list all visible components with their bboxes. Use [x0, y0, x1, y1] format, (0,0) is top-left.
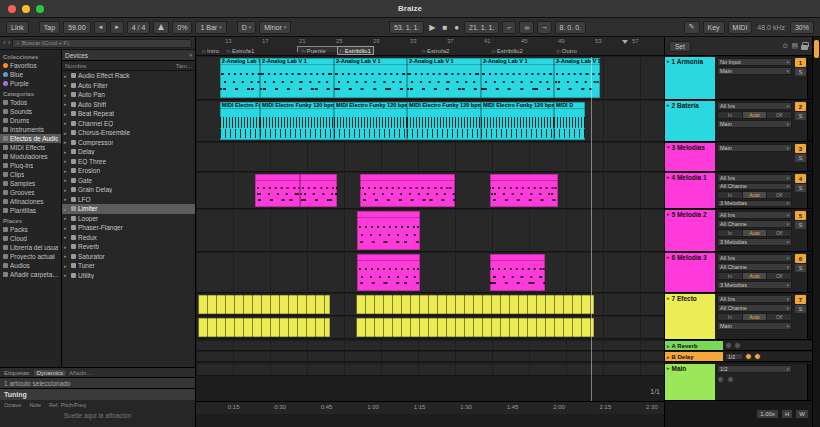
track-activator[interactable]: 1 [795, 58, 806, 67]
clip[interactable] [255, 174, 300, 207]
track-activator[interactable]: 6 [795, 254, 806, 263]
device-item[interactable]: ▸Grain Delay [62, 185, 195, 195]
time-signature-field[interactable]: 4 / 4 [127, 21, 151, 34]
draw-mode-button[interactable]: ✎ [684, 21, 700, 34]
cpu-meter[interactable]: 30% [790, 21, 814, 34]
expand-icon[interactable]: ▸ [64, 158, 69, 164]
device-item[interactable]: ▸Tuner [62, 261, 195, 271]
category-item[interactable]: Clips [0, 170, 61, 179]
track-lane[interactable] [196, 253, 664, 293]
io-dropdown[interactable]: Main▾ [717, 144, 792, 152]
devices-dropdown[interactable]: Devices▾ [62, 50, 195, 61]
expand-icon[interactable]: ▸ [64, 130, 69, 136]
quantization-menu[interactable]: 1 Bar▾ [195, 21, 226, 34]
track-header[interactable]: ▾3 MelodíasMain▾3S [665, 143, 812, 172]
device-item[interactable]: ▸Auto Shift [62, 100, 195, 110]
locator-outro[interactable]: ▷Outro [555, 46, 579, 55]
locator-estribillo2[interactable]: ▷Estribillo2 [490, 46, 525, 55]
monitor-auto[interactable]: Auto [743, 192, 768, 198]
track-lane[interactable] [196, 294, 664, 316]
pan-knob[interactable] [717, 376, 724, 383]
clip[interactable] [198, 318, 330, 337]
zoom-window-button[interactable] [36, 5, 44, 13]
nudge-down-button[interactable]: ◂ [94, 21, 108, 34]
place-item[interactable]: Packs [0, 225, 61, 234]
expand-icon[interactable]: ▸ [64, 82, 69, 88]
track-activator[interactable]: 3 [795, 144, 806, 153]
expand-icon[interactable]: ▸ [64, 73, 69, 79]
unfold-icon[interactable]: ▸ [667, 365, 670, 371]
device-item[interactable]: ▸Limiter [62, 204, 195, 214]
category-item[interactable]: Samples [0, 179, 61, 188]
monitor-switch[interactable]: InAutoOff [717, 191, 792, 199]
device-item[interactable]: ▸Saturator [62, 252, 195, 262]
punch-in-button[interactable]: ⌐ [502, 21, 516, 34]
device-item[interactable]: ▸Phaser-Flanger [62, 223, 195, 233]
midi-map-button[interactable]: MIDI [728, 21, 753, 34]
io-dropdown[interactable]: All Channe▾ [717, 220, 792, 228]
io-dropdown[interactable]: 3 Melodías▾ [717, 238, 792, 246]
io-dropdown[interactable]: Main▾ [717, 120, 792, 128]
monitor-in[interactable]: In [718, 112, 743, 118]
stop-button[interactable]: ■ [440, 23, 449, 32]
locator-estrofa2[interactable]: ▷Estrofa2 [420, 46, 451, 55]
track-activator[interactable]: 4 [795, 174, 806, 183]
monitor-switch[interactable]: InAutoOff [717, 229, 792, 237]
io-dropdown[interactable]: All Channe▾ [717, 304, 792, 312]
category-item[interactable]: Afinaciones [0, 197, 61, 206]
device-item[interactable]: ▸Delay [62, 147, 195, 157]
tag-chip[interactable]: Dynamics [34, 370, 66, 376]
io-dropdown[interactable]: 3 Melodías▾ [717, 200, 792, 208]
track-lane[interactable] [196, 210, 664, 252]
monitor-off[interactable]: Off [767, 273, 791, 279]
solo-button[interactable]: S [795, 112, 806, 120]
monitor-auto[interactable]: Auto [743, 112, 768, 118]
io-dropdown[interactable]: All Ins▾ [717, 295, 792, 303]
clip[interactable] [356, 318, 594, 337]
track-lane[interactable]: MIDI Electro Funky 120 bpmMIDI Electro F… [196, 101, 664, 142]
locator-puente[interactable]: ▷Puente [300, 46, 328, 55]
scale-root-selector[interactable]: D▾ [237, 21, 257, 34]
expand-icon[interactable]: ▸ [64, 206, 69, 212]
category-item[interactable]: MIDI Effects [0, 143, 61, 152]
device-item[interactable]: ▸Auto Pan [62, 90, 195, 100]
clip[interactable]: 2-Analog Lab V 1 [260, 58, 334, 98]
clip[interactable]: 2-Analog Lab V 1 [407, 58, 481, 98]
solo-button[interactable]: S [795, 154, 806, 162]
clip[interactable]: MIDI D [554, 102, 585, 140]
monitor-off[interactable]: Off [767, 112, 791, 118]
unfold-icon[interactable]: ▾ [667, 144, 670, 150]
send-knob[interactable] [734, 342, 741, 349]
category-item[interactable]: Plantillas [0, 206, 61, 215]
device-item[interactable]: ▸Channel EQ [62, 119, 195, 129]
clip[interactable]: MIDI Electro Funky 120 bpm [220, 102, 260, 140]
column-name[interactable]: Nombre [65, 63, 86, 69]
track-header[interactable]: ▸2 BateríaAll Ins▾InAutoOffMain▾2S [665, 101, 812, 142]
clip[interactable] [198, 295, 330, 314]
track-header[interactable]: ▸4 Melodía 1All Ins▾All Channe▾InAutoOff… [665, 173, 812, 209]
scroll-handle[interactable] [814, 40, 819, 58]
device-item[interactable]: ▸LFO [62, 195, 195, 205]
io-dropdown[interactable]: All Ins▾ [717, 102, 792, 110]
device-item[interactable]: ▸Utility [62, 271, 195, 281]
solo-button[interactable]: S [795, 264, 806, 272]
expand-icon[interactable]: ▸ [64, 234, 69, 240]
place-item[interactable]: Proyecto actual [0, 252, 61, 261]
loop-button[interactable]: ∞ [519, 21, 534, 34]
monitor-switch[interactable]: InAutoOff [717, 313, 792, 321]
monitor-switch[interactable]: InAutoOff [717, 272, 792, 280]
track-lane[interactable] [196, 352, 664, 362]
unfold-icon[interactable]: ▸ [667, 354, 670, 360]
expand-icon[interactable]: ▸ [64, 177, 69, 183]
punch-out-button[interactable]: ¬ [537, 21, 551, 34]
place-item[interactable]: Audios [0, 261, 61, 270]
monitor-off[interactable]: Off [767, 314, 791, 320]
category-item[interactable]: Grooves [0, 188, 61, 197]
monitor-switch[interactable]: InAutoOff [717, 111, 792, 119]
expand-icon[interactable]: ▸ [64, 139, 69, 145]
clip[interactable] [490, 174, 558, 207]
io-dropdown[interactable]: 1/2▾ [717, 365, 792, 373]
solo-button[interactable]: S [795, 68, 806, 76]
monitor-in[interactable]: In [718, 192, 743, 198]
io-dropdown[interactable]: No Input▾ [717, 58, 792, 66]
